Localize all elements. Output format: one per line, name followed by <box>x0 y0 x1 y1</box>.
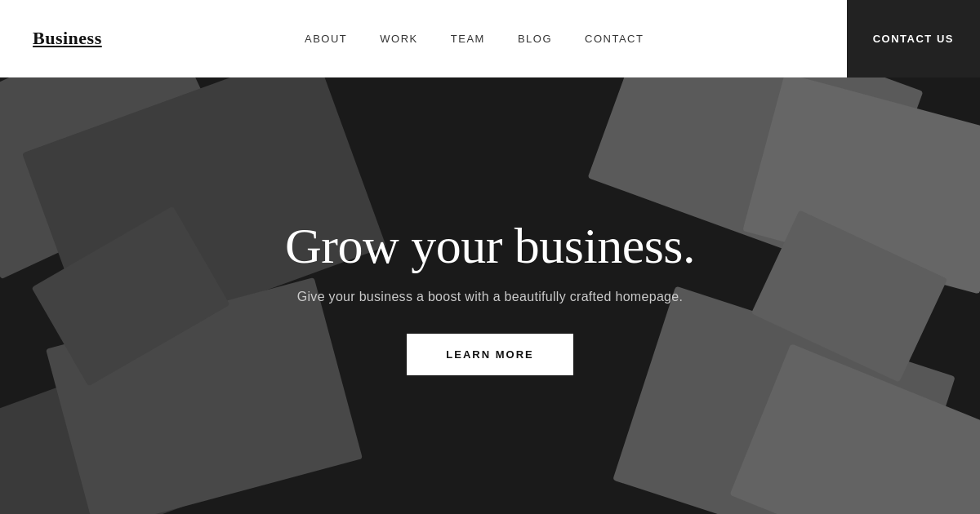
hero-subtitle: Give your business a boost with a beauti… <box>285 290 695 304</box>
nav-item-blog[interactable]: BLOG <box>518 33 552 45</box>
hero-title: Grow your business. <box>285 217 695 275</box>
hero-section: Grow your business. Give your business a… <box>0 78 980 514</box>
hero-content: Grow your business. Give your business a… <box>252 217 728 375</box>
nav-item-work[interactable]: WORK <box>380 33 417 45</box>
header: Business ABOUT WORK TEAM BLOG CONTACT CO… <box>0 0 980 78</box>
nav-item-contact[interactable]: CONTACT <box>585 33 644 45</box>
learn-more-button[interactable]: LEARN MORE <box>407 334 572 375</box>
nav-item-team[interactable]: TEAM <box>451 33 485 45</box>
logo[interactable]: Business <box>33 28 102 49</box>
contact-us-button[interactable]: CONTACT US <box>847 0 980 78</box>
nav-item-about[interactable]: ABOUT <box>305 33 347 45</box>
nav: ABOUT WORK TEAM BLOG CONTACT <box>305 33 644 45</box>
